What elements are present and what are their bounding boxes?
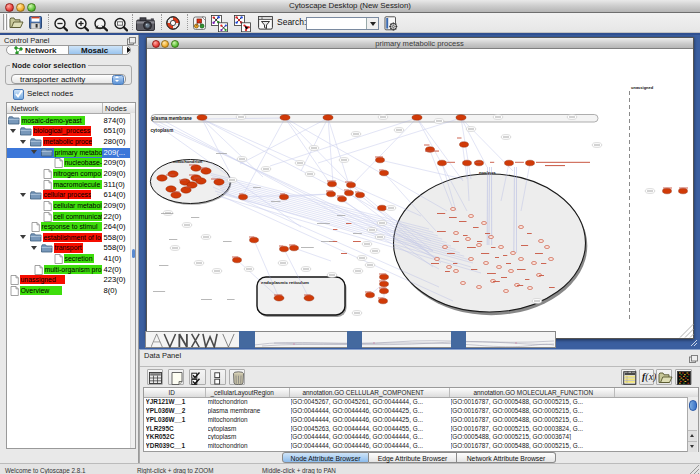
svg-text:plasma membrane: plasma membrane — [151, 116, 192, 121]
svg-text:unassigned: unassigned — [631, 85, 654, 90]
svg-text:mitochondrion: mitochondrion — [173, 159, 203, 164]
